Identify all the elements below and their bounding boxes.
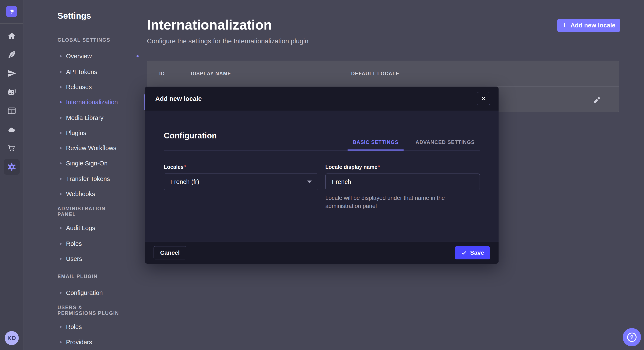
section-administration-panel: ADMINISTRATION PANEL: [58, 207, 122, 216]
sidebar-item-email-configuration[interactable]: Configuration: [24, 285, 122, 301]
sidebar-item-providers[interactable]: Providers: [24, 335, 122, 350]
settings-nav-active[interactable]: [4, 159, 20, 175]
main-nav: KD: [0, 0, 24, 350]
bullet-icon: [60, 132, 62, 134]
section-users-permissions-plugin: USERS & PERMISSIONS PLUGIN: [58, 306, 122, 315]
strapi-logo[interactable]: [6, 6, 17, 17]
sidebar-item-internationalization[interactable]: Internationalization: [24, 94, 122, 110]
save-button[interactable]: Save: [455, 246, 490, 259]
sidebar-item-api-tokens[interactable]: API Tokens: [24, 64, 122, 80]
display-name-label: Locale display name*: [326, 164, 480, 170]
bullet-icon: [60, 258, 62, 260]
column-header-default-locale: DEFAULT LOCALE: [351, 61, 399, 86]
avatar[interactable]: KD: [5, 331, 19, 345]
tab-advanced-settings[interactable]: ADVANCED SETTINGS: [410, 131, 480, 151]
divider: [0, 23, 24, 24]
bullet-icon: [60, 193, 62, 195]
sidebar-item-audit-logs[interactable]: Audit Logs: [24, 220, 122, 236]
help-button[interactable]: ?: [623, 328, 641, 347]
sidebar-item-review-workflows[interactable]: Review Workflows: [24, 140, 122, 156]
sidebar-item-up-roles[interactable]: Roles: [24, 319, 122, 335]
pencil-icon: [593, 96, 600, 104]
section-global-settings: GLOBAL SETTINGS: [58, 36, 110, 44]
required-asterisk: *: [184, 164, 186, 170]
page-title: Internationalization: [147, 17, 272, 33]
strapi-logo-icon: [8, 8, 15, 15]
tab-basic-settings[interactable]: BASIC SETTINGS: [348, 131, 404, 151]
cancel-button[interactable]: Cancel: [154, 246, 186, 259]
media-library-icon[interactable]: [0, 86, 24, 99]
modal-title: Add new locale: [155, 95, 202, 102]
bullet-icon: [60, 71, 62, 73]
bullet-icon: [60, 326, 62, 328]
bullet-icon: [60, 292, 62, 294]
overview-notification-dot: [136, 55, 139, 57]
sidebar-item-plugins[interactable]: Plugins: [24, 125, 122, 141]
page-subtitle: Configure the settings for the Internati…: [147, 37, 308, 45]
sidebar-item-media-library[interactable]: Media Library: [24, 110, 122, 126]
add-locale-modal: Add new locale ✕ Configuration BASIC SET…: [145, 87, 498, 264]
sidebar-item-releases[interactable]: Releases: [24, 79, 122, 95]
bullet-icon: [60, 86, 62, 88]
column-header-display-name: DISPLAY NAME: [191, 61, 231, 86]
cloud-icon[interactable]: [0, 123, 24, 136]
paper-plane-icon[interactable]: [0, 67, 24, 80]
feather-icon[interactable]: [0, 48, 24, 61]
sidebar-title: Settings: [58, 11, 91, 21]
bullet-icon: [60, 55, 62, 57]
sidebar-item-transfer-tokens[interactable]: Transfer Tokens: [24, 171, 122, 186]
divider: [0, 326, 24, 326]
locale-display-name-input[interactable]: [326, 174, 480, 190]
sidebar-item-overview[interactable]: Overview: [24, 48, 122, 64]
column-header-id: ID: [159, 61, 165, 86]
bullet-icon: [60, 163, 62, 164]
add-new-locale-button[interactable]: + Add new locale: [557, 19, 620, 32]
home-icon[interactable]: [0, 30, 24, 42]
bullet-icon: [60, 341, 62, 343]
strapi-admin: KD Settings GLOBAL SETTINGS Overview API…: [0, 0, 644, 350]
settings-sidebar: Settings GLOBAL SETTINGS Overview API To…: [24, 0, 122, 350]
sidebar-item-users[interactable]: Users: [24, 251, 122, 266]
check-icon: [461, 250, 467, 256]
plus-icon: +: [562, 21, 567, 29]
configuration-heading: Configuration: [164, 131, 217, 140]
close-icon: ✕: [481, 95, 486, 102]
display-name-field: Locale display name* Locale will be disp…: [326, 164, 480, 210]
display-name-hint: Locale will be displayed under that name…: [326, 194, 472, 210]
bullet-icon: [60, 227, 62, 229]
sidebar-item-admin-roles[interactable]: Roles: [24, 236, 122, 251]
section-email-plugin: EMAIL PLUGIN: [58, 272, 98, 281]
bullet-icon: [60, 101, 62, 103]
bullet-icon: [60, 147, 62, 149]
sidebar-item-single-sign-on[interactable]: Single Sign-On: [24, 156, 122, 171]
locales-field: Locales* French (fr): [164, 164, 318, 210]
bullet-icon: [60, 178, 62, 180]
title-divider: [58, 28, 67, 28]
required-asterisk: *: [378, 164, 380, 170]
modal-footer: Cancel Save: [145, 242, 498, 264]
modal-body: Configuration BASIC SETTINGS ADVANCED SE…: [145, 111, 498, 242]
close-button[interactable]: ✕: [477, 92, 490, 105]
sidebar-item-webhooks[interactable]: Webhooks: [24, 186, 122, 201]
settings-tabs: BASIC SETTINGS ADVANCED SETTINGS: [348, 131, 480, 151]
chevron-down-icon: [307, 180, 312, 183]
question-mark-icon: ?: [627, 333, 636, 342]
layout-icon[interactable]: [0, 104, 24, 117]
bullet-icon: [60, 117, 62, 119]
locales-label: Locales*: [164, 164, 318, 170]
locales-select[interactable]: French (fr): [164, 174, 318, 190]
gear-icon: [7, 162, 16, 172]
bullet-icon: [60, 243, 62, 245]
edit-locale-button[interactable]: [592, 96, 601, 104]
locale-form: Locales* French (fr) Locale display name…: [164, 164, 480, 210]
modal-header: Add new locale ✕: [145, 87, 498, 111]
cart-icon[interactable]: [0, 142, 24, 154]
